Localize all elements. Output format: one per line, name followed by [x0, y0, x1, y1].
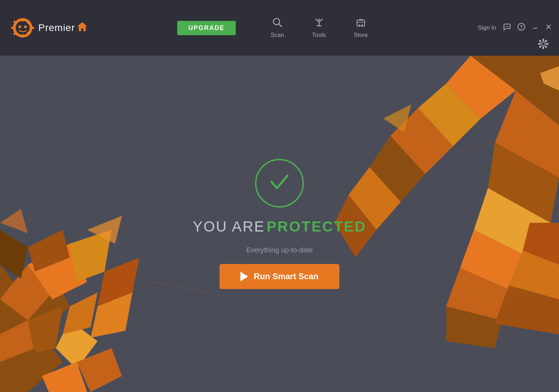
svg-text:?: ?: [520, 24, 523, 30]
status-text: YOU ARE PROTECTED: [193, 217, 366, 236]
svg-line-14: [316, 19, 318, 21]
svg-rect-33: [538, 44, 540, 45]
protection-status-circle: [255, 159, 304, 207]
svg-rect-35: [539, 40, 541, 42]
svg-point-10: [18, 25, 21, 28]
center-content: YOU ARE PROTECTED Everything up-to-date …: [193, 159, 366, 289]
logo-area: Premier: [0, 17, 75, 38]
center-nav: UPGRADE Scan Tools: [177, 14, 382, 42]
you-are-text: YOU ARE: [193, 218, 265, 235]
scan-icon: [273, 17, 282, 30]
sign-in-button[interactable]: Sign In: [478, 24, 496, 31]
svg-point-20: [361, 24, 363, 26]
svg-point-23: [507, 26, 507, 27]
store-icon: [356, 17, 366, 30]
svg-marker-51: [63, 292, 98, 334]
nav-store[interactable]: Store: [340, 14, 382, 42]
help-icon[interactable]: ?: [517, 23, 526, 33]
svg-rect-36: [545, 40, 547, 42]
svg-point-24: [508, 26, 509, 27]
svg-point-19: [359, 24, 360, 26]
titlebar: Premier UPGRADE Scan: [0, 0, 559, 56]
run-smart-scan-button[interactable]: Run Smart Scan: [220, 264, 339, 289]
nav-tools[interactable]: Tools: [298, 14, 340, 42]
run-scan-label: Run Smart Scan: [254, 272, 318, 281]
home-icon[interactable]: [77, 22, 88, 34]
tools-icon: [314, 17, 324, 30]
checkmark-icon: [267, 169, 292, 197]
svg-rect-37: [539, 46, 541, 48]
status-subtitle: Everything up-to-date: [246, 246, 313, 254]
app-edition: Premier: [38, 22, 75, 33]
svg-rect-38: [545, 46, 547, 48]
svg-rect-31: [543, 39, 544, 41]
svg-rect-32: [543, 47, 544, 49]
main-content: YOU ARE PROTECTED Everything up-to-date …: [0, 56, 559, 392]
svg-line-15: [320, 19, 322, 21]
settings-icon[interactable]: [538, 39, 549, 52]
svg-point-11: [24, 25, 27, 28]
right-controls: Sign In ?: [478, 23, 552, 33]
svg-rect-5: [31, 27, 34, 29]
upgrade-button[interactable]: UPGRADE: [177, 21, 236, 35]
avast-logo-icon: [10, 17, 35, 38]
svg-rect-3: [22, 34, 24, 38]
svg-point-22: [505, 26, 506, 27]
play-icon: [240, 272, 248, 281]
minimize-icon[interactable]: [532, 23, 539, 32]
nav-scan[interactable]: Scan: [256, 14, 298, 42]
chat-icon[interactable]: [503, 23, 511, 33]
svg-rect-4: [11, 27, 15, 29]
svg-point-30: [542, 42, 545, 46]
svg-rect-2: [22, 18, 24, 22]
svg-rect-18: [357, 20, 365, 26]
protected-text: PROTECTED: [267, 218, 366, 235]
close-icon[interactable]: [545, 23, 552, 32]
svg-rect-34: [546, 44, 548, 45]
svg-marker-71: [0, 209, 28, 233]
svg-line-13: [279, 24, 282, 27]
